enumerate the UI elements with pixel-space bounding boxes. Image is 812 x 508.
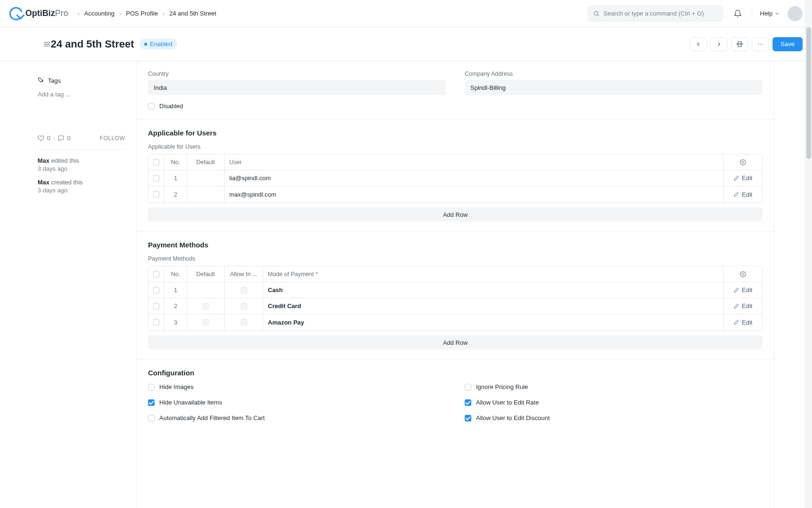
table-row: 3 Amazon Pay Edit: [148, 314, 762, 330]
svg-point-0: [594, 11, 598, 15]
row-checkbox[interactable]: [153, 287, 159, 294]
search-placeholder: Search or type a command (Ctrl + G): [603, 10, 704, 17]
col-no: No.: [164, 266, 187, 282]
gear-icon: [740, 159, 746, 166]
section-general: Country India Disabled Company Address S…: [137, 61, 774, 119]
logo[interactable]: OptiBizPro: [9, 7, 68, 20]
ignore-pricing-checkbox[interactable]: Ignore Pricing Rule: [465, 383, 763, 390]
default-checkbox[interactable]: [203, 303, 209, 310]
col-allow: Allow In ...: [225, 266, 263, 282]
page-title: 24 and 5th Street: [51, 38, 134, 50]
select-all-checkbox[interactable]: [153, 159, 159, 166]
save-button[interactable]: Save: [773, 37, 803, 51]
table-header: No. Default User: [148, 154, 762, 170]
cell-mode[interactable]: Amazon Pay: [263, 314, 724, 330]
breadcrumb-pos-profile[interactable]: POS Profile: [126, 10, 158, 17]
edit-button[interactable]: Edit: [724, 282, 762, 298]
status-label: Enabled: [150, 40, 172, 48]
svg-point-7: [760, 44, 761, 45]
next-button[interactable]: [710, 37, 727, 51]
cell-no: 2: [164, 298, 187, 314]
hide-images-checkbox[interactable]: Hide Images: [148, 383, 446, 390]
company-address-input[interactable]: Spindl-Billing: [465, 80, 763, 95]
activity-item: Max created this 3 days ago: [38, 179, 125, 194]
print-button[interactable]: [731, 37, 748, 51]
sidebar: Tags Add a tag ... 0 · 0 FOLLOW Max edit…: [0, 61, 136, 508]
heart-icon[interactable]: [38, 135, 44, 142]
logo-text: OptiBizPro: [25, 8, 68, 18]
help-menu[interactable]: Help: [760, 10, 780, 17]
pencil-icon: [734, 319, 739, 325]
table-settings[interactable]: [724, 154, 762, 170]
checkbox-icon: [465, 415, 471, 421]
cell-mode[interactable]: Cash: [263, 282, 724, 298]
add-row-button[interactable]: Add Row: [148, 335, 763, 349]
row-checkbox[interactable]: [153, 319, 159, 325]
tags-heading: Tags: [38, 77, 125, 84]
scrollbar-thumb[interactable]: [806, 27, 811, 159]
default-checkbox[interactable]: [203, 191, 209, 198]
activity-item: Max edited this 3 days ago: [38, 157, 125, 172]
add-tag-input[interactable]: Add a tag ...: [38, 91, 125, 98]
row-checkbox[interactable]: [153, 303, 159, 310]
chevron-right-icon: [716, 41, 722, 48]
cell-mode[interactable]: Credit Card: [263, 298, 724, 314]
section-configuration: Configuration Hide Images Hide Unavailab…: [137, 359, 774, 439]
col-user: User: [225, 154, 724, 170]
avatar[interactable]: [788, 6, 803, 21]
divider: [752, 9, 752, 18]
status-badge[interactable]: Enabled: [140, 39, 177, 49]
default-checkbox[interactable]: [203, 287, 209, 294]
payments-sublabel: Payment Methods: [148, 255, 763, 262]
section-applicable-users: Applicable for Users Applicable for User…: [137, 119, 774, 231]
logo-icon: [9, 7, 23, 20]
row-checkbox[interactable]: [153, 191, 159, 198]
section-title: Payment Methods: [148, 241, 763, 249]
hide-unavailable-checkbox[interactable]: Hide Unavailable Items: [148, 399, 446, 406]
comment-icon[interactable]: [58, 135, 64, 142]
notifications-button[interactable]: [731, 7, 744, 20]
dots-icon: [757, 41, 764, 48]
like-count: 0: [47, 135, 50, 142]
chevron-down-icon: [774, 11, 780, 16]
search-input[interactable]: Search or type a command (Ctrl + G): [587, 5, 724, 22]
follow-button[interactable]: FOLLOW: [100, 135, 125, 142]
col-default: Default: [187, 154, 225, 170]
breadcrumb-accounting[interactable]: Accounting: [84, 10, 114, 17]
divider: [38, 149, 125, 150]
col-default: Default: [187, 266, 225, 282]
edit-button[interactable]: Edit: [724, 298, 762, 314]
edit-button[interactable]: Edit: [724, 186, 762, 202]
allow-checkbox[interactable]: [241, 287, 247, 294]
allow-edit-rate-checkbox[interactable]: Allow User to Edit Rate: [465, 399, 763, 406]
users-sublabel: Applicable for Users: [148, 143, 763, 150]
edit-button[interactable]: Edit: [724, 314, 762, 330]
select-all-checkbox[interactable]: [153, 271, 159, 278]
svg-rect-5: [738, 44, 742, 47]
sidebar-toggle[interactable]: [40, 38, 54, 51]
section-title: Applicable for Users: [148, 129, 763, 137]
cell-no: 2: [164, 186, 187, 202]
col-no: No.: [164, 154, 187, 170]
auto-add-filtered-checkbox[interactable]: Automatically Add Filtered Item To Cart: [148, 414, 446, 421]
cell-user[interactable]: max@spindl.com: [225, 186, 724, 202]
default-checkbox[interactable]: [203, 319, 209, 325]
default-checkbox[interactable]: [203, 175, 209, 182]
add-row-button[interactable]: Add Row: [148, 207, 763, 222]
prev-button[interactable]: [690, 37, 707, 51]
cell-user[interactable]: lia@spindl.com: [225, 170, 724, 186]
table-settings[interactable]: [724, 266, 762, 282]
svg-point-8: [762, 44, 763, 45]
edit-button[interactable]: Edit: [724, 170, 762, 186]
allow-checkbox[interactable]: [241, 319, 247, 325]
allow-checkbox[interactable]: [241, 303, 247, 310]
allow-edit-discount-checkbox[interactable]: Allow User to Edit Discount: [465, 414, 763, 421]
cell-no: 3: [164, 314, 187, 330]
country-input[interactable]: India: [148, 80, 446, 95]
col-mode: Mode of Payment *: [263, 266, 724, 282]
row-checkbox[interactable]: [153, 175, 159, 182]
printer-icon: [736, 41, 743, 48]
disabled-checkbox[interactable]: Disabled: [148, 103, 446, 110]
more-button[interactable]: [752, 37, 769, 51]
pencil-icon: [734, 191, 739, 197]
